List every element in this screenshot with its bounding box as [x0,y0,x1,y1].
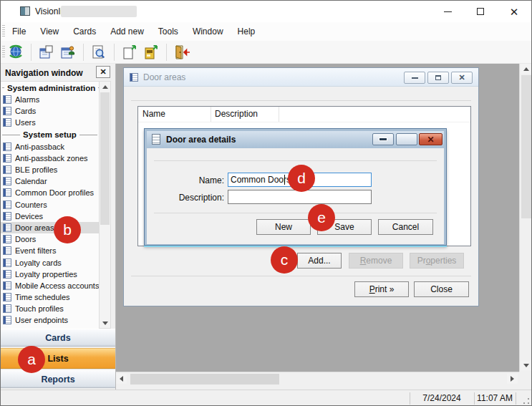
nav-item-anti-passback[interactable]: Anti-passback [1,141,99,153]
table-icon [3,188,11,197]
table-icon [3,95,11,104]
menu-tools[interactable]: Tools [151,22,185,41]
nav-item-common-door-profiles[interactable]: Common Door profiles [1,187,99,198]
title-bar: Visionline ✕ [1,1,531,22]
door-areas-title-bar[interactable]: Door areas ✕ [124,68,478,87]
nav-section-header: System setup [1,129,99,141]
nav-item-doors[interactable]: Doors [1,233,99,245]
scroll-right-icon[interactable] [507,374,518,384]
close-icon: ✕ [100,67,106,77]
menu-add-new[interactable]: Add new [103,22,151,41]
close-button[interactable]: ✕ [419,133,442,145]
close-button[interactable]: ✕ [497,1,531,22]
remove-button: Remove [349,253,403,269]
restore-button[interactable] [427,72,449,84]
menu-window[interactable]: Window [185,22,231,41]
menu-view[interactable]: View [33,22,66,41]
vertical-scrollbar[interactable] [519,64,532,372]
navigation-close-button[interactable]: ✕ [96,66,110,78]
minimize-button[interactable] [404,72,425,84]
description-input[interactable] [228,190,372,204]
nav-item-anti-passback-zones[interactable]: Anti-passback zones [1,153,99,164]
close-list-button[interactable]: Close [414,281,469,297]
scrollbar-thumb[interactable] [100,92,110,225]
menu-cards[interactable]: Cards [66,22,103,41]
nav-item-time-schedules[interactable]: Time schedules [1,291,99,303]
maximize-button[interactable] [464,1,497,22]
maximize-icon [477,8,484,15]
minimize-icon [379,137,387,141]
nav-item-cards[interactable]: Cards [1,105,99,117]
sidebar-tab-reports[interactable]: Reports [1,370,115,388]
sidebar-tab-cards[interactable]: Cards [1,329,115,347]
nav-item-devices[interactable]: Devices [1,211,99,222]
nav-item-mobile-access-accounts[interactable]: Mobile Access accounts [1,280,99,291]
navigation-scrollbar[interactable] [99,81,111,329]
scroll-down-icon[interactable] [100,318,110,328]
print-preview-icon[interactable] [88,42,110,62]
new-button[interactable]: New [256,219,311,235]
nav-item-ble-profiles[interactable]: BLE profiles [1,164,99,175]
name-label: Name: [153,175,224,185]
minimize-button[interactable] [372,133,394,145]
scrollbar-thumb[interactable] [521,75,531,218]
cancel-button[interactable]: Cancel [378,219,433,235]
scroll-left-icon[interactable] [116,374,127,384]
scroll-up-icon[interactable] [521,64,531,74]
nav-item-event-filters[interactable]: Event filters [1,245,99,256]
nav-item-users[interactable]: Users [1,117,99,128]
scroll-down-icon[interactable] [521,360,531,370]
logout-door-icon[interactable] [171,42,193,62]
horizontal-scrollbar[interactable] [116,372,519,386]
status-bar: 7/24/2024 11:07 AM [1,390,531,406]
resize-grip-icon[interactable] [523,397,530,405]
table-icon [3,200,11,209]
nav-item-loyalty-properties[interactable]: Loyalty properties [1,269,99,280]
card-checkout-icon[interactable] [119,42,140,62]
add-button[interactable]: Add... [297,253,342,269]
table-icon [3,281,11,290]
windows-user-icon[interactable] [57,42,79,62]
nav-item-calendar[interactable]: Calendar [1,175,99,187]
statusbar-divider [516,392,516,405]
column-header-description[interactable]: Description [215,107,258,122]
close-button[interactable]: ✕ [451,72,473,84]
visionline-app-window: Visionline ✕ File View Cards Add new Too… [0,0,532,406]
column-header-name[interactable]: Name [142,107,165,122]
scroll-up-icon[interactable] [100,82,110,92]
scrollbar-corner [519,372,532,386]
status-date: 7/24/2024 [410,390,473,406]
column-divider[interactable] [279,107,279,122]
minimize-icon [444,11,452,12]
nav-item-touch-profiles[interactable]: Touch profiles [1,303,99,314]
column-divider[interactable] [211,107,211,122]
nav-item-counters[interactable]: Counters [1,199,99,211]
restore-button[interactable] [396,133,417,145]
close-icon: ✕ [458,74,465,82]
menu-help[interactable]: Help [231,22,263,41]
restore-icon [435,75,441,80]
nav-item-door-areas[interactable]: Door areas [1,222,99,233]
print-button[interactable]: Print » [354,281,409,297]
minimize-button[interactable] [431,1,464,22]
nav-item-alarms[interactable]: Alarms [1,94,99,105]
table-icon [130,73,138,82]
table-icon [3,304,11,313]
card-encoder-icon[interactable] [140,42,162,62]
table-icon [3,154,11,163]
scrollbar-thumb[interactable] [130,374,279,385]
windows-copy-icon[interactable] [36,42,57,62]
details-dialog-title-bar[interactable]: Door area details ✕ [147,131,444,148]
table-icon [3,142,11,151]
details-dialog-body: Name: Description: New Save Cancel [147,148,444,244]
table-icon [3,270,11,279]
globe-icon[interactable] [5,42,26,62]
close-icon: ✕ [510,6,519,17]
menu-file[interactable]: File [5,22,33,41]
table-icon [3,258,11,267]
table-icon [3,293,11,301]
nav-item-loyalty-cards[interactable]: Loyalty cards [1,256,99,268]
nav-item-user-endpoints[interactable]: User endpoints [1,314,99,326]
separator [154,160,437,161]
annotation-badge-c: c [271,246,298,274]
